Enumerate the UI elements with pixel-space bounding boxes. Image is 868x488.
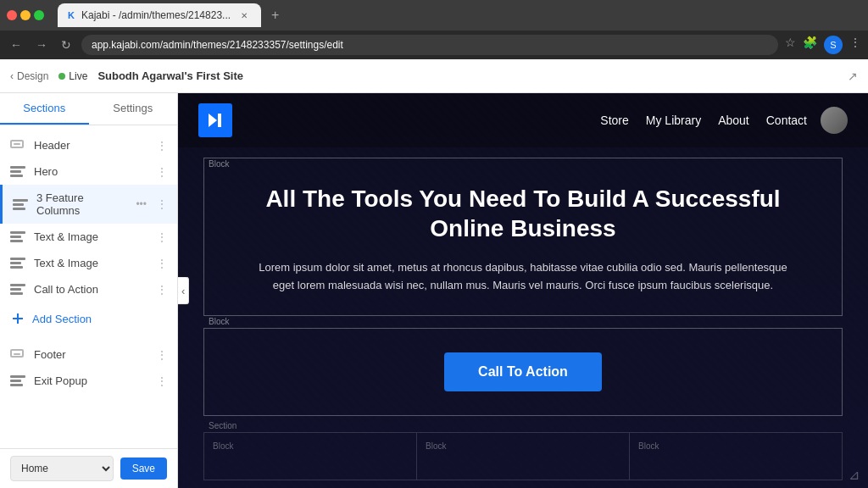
3fc-options-icon[interactable]: ••• (136, 198, 147, 210)
profile-avatar (821, 107, 848, 134)
site-logo (198, 103, 232, 137)
back-btn[interactable]: ← (7, 36, 25, 53)
tab-favicon: K (68, 10, 75, 20)
tab-settings[interactable]: Settings (89, 93, 178, 125)
browser-tab[interactable]: K Kajabi - /admin/themes/214823... ✕ (58, 3, 261, 27)
browser-chrome: K Kajabi - /admin/themes/214823... ✕ + (0, 0, 868, 30)
forward-btn[interactable]: → (32, 36, 51, 53)
add-section-icon (10, 311, 25, 326)
browser-menu[interactable]: ⋮ (849, 36, 861, 54)
drag-handle-hero[interactable]: ⋮ (157, 166, 167, 178)
sidebar: Sections Settings Header ⋮ (0, 93, 178, 488)
drag-handle-exit-popup[interactable]: ⋮ (157, 375, 167, 387)
drag-handle-footer[interactable]: ⋮ (157, 349, 167, 361)
drag-handle-3fc[interactable]: ⋮ (157, 198, 167, 210)
footer-label: Footer (34, 348, 148, 361)
block-label-2: Block (203, 315, 843, 328)
sidebar-footer: Home Save (0, 448, 177, 488)
window-min-btn[interactable] (20, 10, 31, 20)
3fc-icon (13, 199, 28, 210)
address-bar: ← → ↻ ☆ 🧩 S ⋮ (0, 30, 868, 59)
exit-popup-icon (10, 375, 25, 386)
window-max-btn[interactable] (34, 10, 44, 20)
sidebar-item-call-to-action[interactable]: Call to Action ⋮ (0, 276, 177, 302)
chevron-left-icon: ‹ (10, 70, 14, 82)
sidebar-item-hero[interactable]: Hero ⋮ (0, 158, 177, 185)
reload-btn[interactable]: ↻ (58, 36, 75, 53)
block-label-1: Block (203, 158, 234, 170)
svg-marker-2 (209, 114, 217, 127)
page-select[interactable]: Home (10, 456, 114, 481)
nav-store[interactable]: Store (600, 114, 628, 127)
browser-actions: ☆ 🧩 S ⋮ (785, 36, 861, 54)
live-label: Live (69, 70, 87, 82)
window-close-btn[interactable] (7, 10, 17, 20)
preview-area: ‹ Store My Library About Contact (178, 93, 868, 488)
sidebar-item-text-image-1[interactable]: Text & Image ⋮ (0, 224, 177, 250)
hero-title: All The Tools You Need To Build A Succes… (247, 184, 799, 243)
preview-inner: Store My Library About Contact Block All… (178, 93, 868, 480)
section-area: Section Block Block Block (203, 419, 843, 480)
star-icon[interactable]: ☆ (785, 36, 796, 54)
cta-sidebar-icon (10, 284, 25, 295)
add-section-label: Add Section (32, 313, 92, 325)
svg-rect-3 (218, 114, 221, 127)
nav-about[interactable]: About (718, 114, 749, 127)
cta-button[interactable]: Call To Action (444, 352, 602, 391)
blocks-row: Block Block Block (203, 432, 843, 480)
block-cell-3: Block (630, 433, 842, 480)
cta-block: Call To Action (203, 328, 843, 416)
drag-handle-cta[interactable]: ⋮ (157, 284, 167, 296)
ti1-icon (10, 231, 25, 242)
hero-label: Hero (34, 165, 148, 178)
header-label: Header (34, 139, 148, 152)
hero-icon (10, 166, 25, 177)
sidebar-item-footer[interactable]: Footer ⋮ (0, 341, 177, 368)
sidebar-item-header[interactable]: Header ⋮ (0, 132, 177, 158)
extensions-icon[interactable]: 🧩 (803, 36, 817, 54)
drag-handle-header[interactable]: ⋮ (157, 140, 167, 152)
hero-block: All The Tools You Need To Build A Succes… (203, 158, 843, 316)
app-container: ‹ Design Live Subodh Agarwal's First Sit… (0, 59, 868, 488)
ti1-label: Text & Image (34, 230, 148, 243)
section-label: Section (203, 419, 843, 432)
nav-contact[interactable]: Contact (766, 114, 807, 127)
sidebar-list: Header ⋮ Hero ⋮ (0, 125, 177, 448)
sidebar-item-3-feature-columns[interactable]: 3 Feature Columns ••• ⋮ (0, 185, 177, 224)
ti2-icon (10, 258, 25, 269)
new-tab-btn[interactable]: + (268, 8, 282, 23)
block-cell-1: Block (204, 433, 417, 480)
ti2-label: Text & Image (34, 257, 148, 269)
profile-menu[interactable]: S (824, 36, 843, 54)
hero-description: Lorem ipsum dolor sit amet, metus at rho… (247, 258, 799, 295)
live-badge: Live (58, 70, 87, 82)
tab-close-btn[interactable]: ✕ (237, 8, 251, 22)
tab-sections[interactable]: Sections (0, 93, 89, 125)
add-section-btn[interactable]: Add Section (0, 302, 177, 335)
exit-popup-label: Exit Popup (34, 374, 148, 387)
sidebar-item-text-image-2[interactable]: Text & Image ⋮ (0, 250, 177, 276)
design-label: Design (17, 70, 48, 82)
site-name: Subodh Agarwal's First Site (97, 69, 837, 82)
address-input[interactable] (81, 35, 778, 55)
drag-handle-ti2[interactable]: ⋮ (157, 258, 167, 269)
sidebar-tabs: Sections Settings (0, 93, 177, 125)
site-nav: Store My Library About Contact (600, 114, 807, 127)
nav-my-library[interactable]: My Library (646, 114, 701, 127)
preview-toggle-btn[interactable]: ‹ (178, 277, 189, 305)
3fc-label: 3 Feature Columns (36, 191, 127, 217)
content-area: Sections Settings Header ⋮ (0, 93, 868, 488)
cta-section: Block Call To Action (203, 315, 843, 416)
preview-content: Store My Library About Contact Block All… (178, 93, 868, 488)
cta-sidebar-label: Call to Action (34, 283, 148, 296)
drag-handle-ti1[interactable]: ⋮ (157, 231, 167, 243)
block-cell-2: Block (417, 433, 630, 480)
sidebar-item-exit-popup[interactable]: Exit Popup ⋮ (0, 368, 177, 394)
external-link-icon[interactable]: ↗ (848, 69, 858, 83)
design-link[interactable]: ‹ Design (10, 70, 48, 82)
footer-icon (10, 349, 25, 361)
save-button[interactable]: Save (120, 458, 167, 480)
admin-bar: ‹ Design Live Subodh Agarwal's First Sit… (0, 59, 868, 93)
hero-section: Block All The Tools You Need To Build A … (203, 158, 843, 416)
tab-title: Kajabi - /admin/themes/214823... (81, 9, 231, 21)
